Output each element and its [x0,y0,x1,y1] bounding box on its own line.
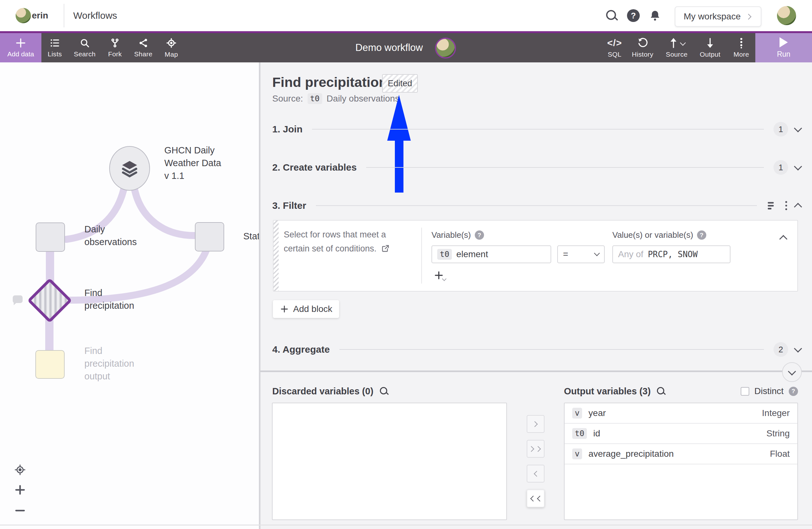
daily-observations-label: Dailyobservations [84,223,136,248]
collapse-block-chevron-icon[interactable] [779,235,787,243]
search-icon[interactable] [656,386,666,396]
section-create-variables[interactable]: 2. Create variables 1 [272,160,801,175]
help-icon[interactable]: ? [475,231,484,240]
variables-label: Variable(s) ? [432,230,484,240]
section-divider [366,167,764,168]
filter-block-card: Select for rows that meet a certain set … [273,220,798,292]
toolbar-item-history[interactable]: History [630,33,655,62]
plus-icon [280,305,289,313]
move-all-right-button[interactable] [527,440,545,458]
output-variables-list[interactable]: v year Integer t0 id String v average_pr… [564,403,798,520]
help-icon[interactable]: ? [789,387,798,396]
daily-observations-node[interactable] [36,222,65,252]
zoom-in-button[interactable] [14,484,26,497]
collapse-bottom-panel-button[interactable] [782,362,802,382]
values-text: PRCP, SNOW [648,250,698,259]
distinct-label: Distinct [754,386,784,396]
account-avatar[interactable] [777,6,796,25]
move-all-left-button[interactable] [527,489,545,508]
chevron-down-icon[interactable] [794,162,802,170]
toolbar-item-sql[interactable]: </> SQL [602,33,627,62]
variable-table-tag: t0 [437,249,452,260]
toolbar-item-more[interactable]: More [728,33,754,62]
workflow-edges [0,0,264,529]
move-right-button[interactable] [527,415,545,433]
workflow-title[interactable]: Demo workflow [356,33,423,62]
play-icon [780,37,788,47]
dataset-label: GHCN DailyWeather Datav 1.1 [164,144,221,182]
help-icon[interactable]: ? [697,231,706,240]
source-label: Source [666,50,687,58]
variable-row[interactable]: t0 id String [565,424,797,444]
distinct-checkbox[interactable] [741,387,749,396]
chevron-right-icon [532,421,537,427]
source-table-tag[interactable]: t0 [308,93,322,104]
discarded-variables-list[interactable] [272,403,507,520]
kebab-menu-icon [739,38,743,48]
move-left-button[interactable] [527,465,545,483]
section-aggregate[interactable]: 4. Aggregate 2 [272,342,801,357]
variable-name: id [593,428,600,439]
panel-splitter[interactable] [260,370,812,372]
stations-label-clipped: Stat [243,230,260,243]
search-icon[interactable] [379,386,389,396]
panel-divider[interactable] [259,62,260,529]
source-label: Source: [272,93,303,104]
section-filter[interactable]: 3. Filter [272,198,801,213]
output-variables-header: Output variables (3) [564,384,666,398]
workflow-owner-avatar[interactable] [435,38,456,59]
variable-name: year [589,408,606,418]
operator-value: = [563,249,568,260]
add-condition-button[interactable] [433,268,447,282]
search-icon[interactable] [605,9,619,23]
filter-description: Select for rows that meet a certain set … [284,227,405,255]
chevron-up-icon[interactable] [794,203,802,211]
more-label: More [733,50,749,58]
find-precipitation-output-node[interactable] [35,350,64,379]
variable-row[interactable]: v average_precipitation Float [565,444,797,465]
discarded-variables-header: Discarded variables (0) [272,384,389,398]
history-icon [637,38,648,48]
run-button[interactable]: Run [755,33,812,62]
locate-button[interactable] [14,464,26,477]
kebab-menu-icon[interactable] [784,200,788,211]
external-link-icon[interactable] [381,245,389,252]
chevron-down-icon[interactable] [794,344,802,352]
double-chevron-right-icon [528,446,534,452]
values-input[interactable]: Any of PRCP, SNOW [612,246,730,263]
variable-name: average_precipitation [589,449,674,459]
comment-bubble-icon[interactable] [13,295,23,303]
chevron-right-icon [745,14,751,19]
variable-input[interactable]: t0 element [432,246,551,263]
source-table-name[interactable]: Daily observations [327,93,400,104]
chevron-down-icon [594,250,599,256]
layers-icon [120,159,140,178]
join-count-badge: 1 [773,122,788,136]
create-count-badge: 1 [773,160,788,175]
add-block-button[interactable]: Add block [273,300,339,318]
section-divider [339,349,764,350]
stations-node[interactable] [195,222,224,251]
my-workspace-label: My workspace [684,12,741,21]
toolbar-item-source[interactable]: Source [664,33,690,62]
pointer-arrow [366,94,433,196]
notifications-bell-icon[interactable] [648,9,662,23]
zoom-out-button[interactable] [14,504,26,518]
chevron-down-icon[interactable] [794,124,802,132]
card-divider [421,227,422,283]
code-icon: </> [607,38,622,48]
variable-row[interactable]: v year Integer [565,403,797,424]
my-workspace-button[interactable]: My workspace [675,6,762,27]
toolbar-item-output[interactable]: Output [697,33,723,62]
section-create-label: 2. Create variables [272,162,357,173]
edited-badge: Edited [382,74,418,93]
dataset-node[interactable] [109,146,150,191]
section-join[interactable]: 1. Join 1 [272,121,801,137]
values-placeholder: Any of [618,249,643,260]
variable-type: Integer [762,408,790,418]
block-drag-handle[interactable] [274,221,279,291]
operator-select[interactable]: = [557,246,605,263]
filter-list-icon[interactable] [767,200,777,211]
output-label: Output [700,50,721,58]
help-icon[interactable]: ? [626,9,640,23]
